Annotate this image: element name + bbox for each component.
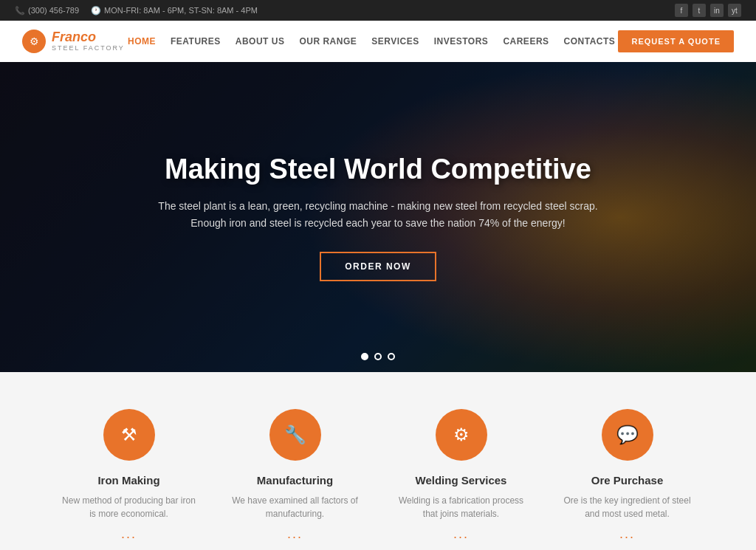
welding-desc: Welding is a fabrication process that jo…: [393, 494, 529, 520]
services-section: ⚒ Iron Making New method of producing ba…: [0, 372, 756, 550]
hero-dot-2[interactable]: [374, 353, 382, 360]
manufacturing-icon: 🔧: [269, 409, 321, 461]
order-now-button[interactable]: ORDER NOW: [320, 252, 436, 281]
manufacturing-dots[interactable]: ···: [227, 529, 363, 545]
hero-dot-1[interactable]: [361, 353, 368, 360]
iron-making-icon: ⚒: [103, 409, 155, 461]
nav-contacts[interactable]: CONTACTS: [564, 36, 616, 47]
iron-making-title: Iron Making: [61, 474, 197, 487]
youtube-icon[interactable]: yt: [728, 4, 741, 17]
social-links: f t in yt: [675, 4, 741, 17]
nav-about[interactable]: ABOUT US: [236, 36, 285, 47]
service-welding: ⚙ Welding Services Welding is a fabricat…: [378, 409, 544, 545]
clock-icon: 🕐: [91, 6, 101, 16]
nav-careers[interactable]: CAREERS: [503, 36, 549, 47]
service-manufacturing: 🔧 Manufacturing We have examined all fac…: [212, 409, 378, 545]
hero-content: Making Steel World Competitive The steel…: [143, 153, 612, 281]
phone-info: 📞 (300) 456-789: [15, 6, 79, 16]
ore-purchase-icon: 💬: [602, 409, 653, 461]
instagram-icon[interactable]: in: [710, 4, 724, 17]
ore-purchase-dots[interactable]: ···: [559, 529, 695, 545]
top-bar-contact: 📞 (300) 456-789 🕐 MON-FRI: 8AM - 6PM, ST…: [15, 6, 258, 16]
logo: ⚙ Franco STEEL FACTORY: [22, 30, 125, 53]
ore-purchase-desc: Ore is the key ingredient of steel and m…: [559, 494, 695, 520]
welding-icon: ⚙: [436, 409, 487, 461]
hero-section: Making Steel World Competitive The steel…: [0, 62, 756, 372]
iron-making-dots[interactable]: ···: [61, 529, 197, 545]
request-quote-button[interactable]: REQUEST A QUOTE: [618, 30, 734, 52]
hero-subtitle-line2: Enough iron and steel is recycled each y…: [190, 217, 565, 229]
hours-text: MON-FRI: 8AM - 6PM, ST-SN: 8AM - 4PM: [104, 6, 258, 15]
main-nav: HOME FEATURES ABOUT US OUR RANGE SERVICE…: [128, 36, 615, 47]
facebook-icon[interactable]: f: [675, 4, 688, 17]
service-iron-making: ⚒ Iron Making New method of producing ba…: [46, 409, 212, 545]
nav-home[interactable]: HOME: [128, 36, 156, 47]
hero-subtitle: The steel plant is a lean, green, recycl…: [158, 198, 597, 231]
brand-sub: STEEL FACTORY: [52, 45, 125, 52]
manufacturing-title: Manufacturing: [227, 474, 363, 487]
nav-services[interactable]: SERVICES: [371, 36, 419, 47]
hours-info: 🕐 MON-FRI: 8AM - 6PM, ST-SN: 8AM - 4PM: [91, 6, 258, 16]
nav-range[interactable]: OUR RANGE: [299, 36, 357, 47]
iron-making-desc: New method of producing bar iron is more…: [61, 494, 197, 520]
logo-icon: ⚙: [22, 30, 46, 53]
top-bar: 📞 (300) 456-789 🕐 MON-FRI: 8AM - 6PM, ST…: [0, 0, 756, 21]
logo-text: Franco STEEL FACTORY: [52, 30, 125, 52]
ore-purchase-title: Ore Purchase: [559, 474, 695, 487]
service-ore-purchase: 💬 Ore Purchase Ore is the key ingredient…: [544, 409, 710, 545]
manufacturing-desc: We have examined all factors of manufact…: [227, 494, 363, 520]
nav-features[interactable]: FEATURES: [171, 36, 221, 47]
phone-number: (300) 456-789: [28, 6, 79, 15]
welding-title: Welding Services: [393, 474, 529, 487]
hero-subtitle-line1: The steel plant is a lean, green, recycl…: [158, 200, 597, 212]
welding-dots[interactable]: ···: [393, 529, 529, 545]
header: ⚙ Franco STEEL FACTORY HOME FEATURES ABO…: [0, 21, 756, 62]
nav-investors[interactable]: INVESTORS: [434, 36, 489, 47]
twitter-icon[interactable]: t: [693, 4, 706, 17]
hero-dots: [361, 353, 395, 360]
brand-name: Franco: [52, 30, 125, 45]
services-grid: ⚒ Iron Making New method of producing ba…: [46, 409, 710, 545]
phone-icon: 📞: [15, 6, 25, 16]
hero-dot-3[interactable]: [388, 353, 395, 360]
hero-title: Making Steel World Competitive: [158, 153, 597, 187]
